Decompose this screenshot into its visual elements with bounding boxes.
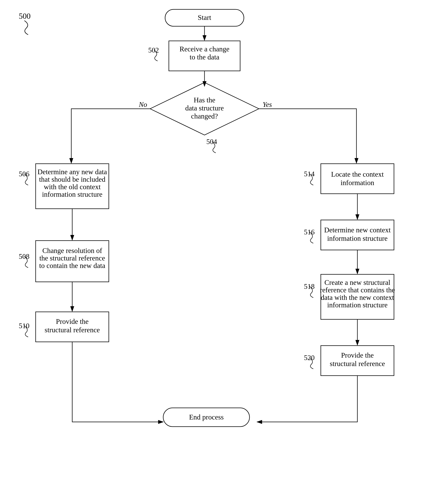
step-504-label: 504: [206, 138, 217, 146]
figure-label: 500: [19, 12, 31, 20]
node-502-text2: to the data: [190, 53, 219, 61]
node-518-text3: data with the new context: [321, 293, 394, 301]
node-506-text1: Determine any new data: [38, 168, 107, 176]
node-518-text2: reference that contains the: [320, 286, 395, 294]
node-510-text2: structural reference: [45, 326, 100, 334]
end-label: End process: [189, 413, 224, 421]
node-510-text1: Provide the: [56, 317, 88, 325]
step-518-label: 518: [304, 283, 315, 290]
node-520-text1: Provide the: [341, 351, 374, 359]
node-514-text1: Locate the context: [331, 170, 384, 178]
step-508-label: 508: [19, 252, 29, 260]
node-506-text3: with the old context: [44, 183, 101, 191]
node-508-text1: Change resolution of: [42, 247, 102, 254]
node-508-text3: to contain the new data: [39, 262, 105, 269]
node-502-text: Receive a change: [180, 45, 229, 53]
step-510-label: 510: [19, 322, 29, 330]
node-514-text2: information: [341, 179, 374, 187]
node-506-text2: that should be included: [39, 175, 105, 183]
start-label: Start: [198, 14, 211, 21]
node-518-text4: information structure: [327, 301, 388, 309]
yes-label: Yes: [263, 101, 272, 108]
step-502-label: 502: [148, 46, 159, 54]
node-506-text4: information structure: [42, 190, 103, 198]
node-516-text2: information structure: [327, 234, 388, 242]
node-508-text2: the structural reference: [40, 254, 105, 262]
decision-text3: changed?: [191, 112, 218, 120]
step-506-label: 506: [19, 170, 29, 178]
flowchart-diagram: 500 Start 502 Receive a change to the da…: [0, 0, 448, 487]
step-514-label: 514: [304, 170, 315, 178]
node-516-text1: Determine new context: [324, 226, 391, 234]
decision-text1: Has the: [194, 96, 215, 104]
step-516-label: 516: [304, 228, 315, 236]
step-520-label: 520: [304, 354, 315, 361]
node-520-text2: structural reference: [330, 360, 385, 368]
node-518-text1: Create a new structural: [324, 278, 390, 286]
decision-text2: data structure: [185, 104, 224, 112]
no-label: No: [139, 101, 147, 108]
